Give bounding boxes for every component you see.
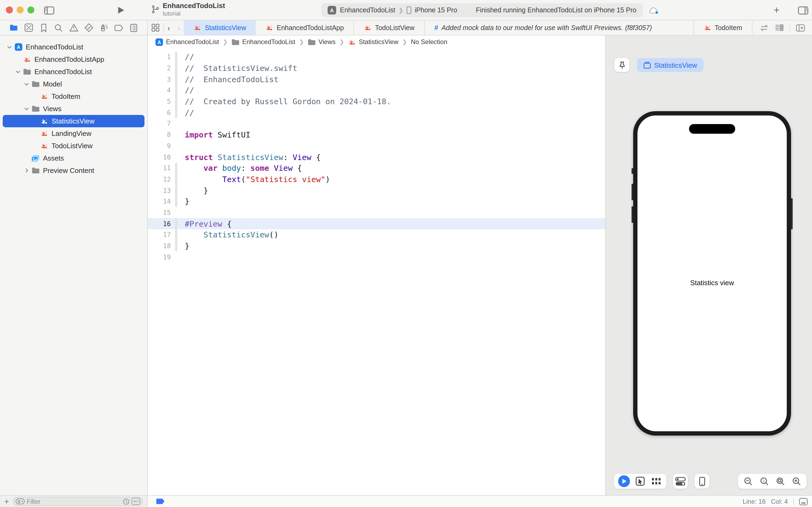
- tree-item-assets[interactable]: Assets: [3, 152, 144, 164]
- disclosure-open-icon[interactable]: [14, 70, 22, 73]
- code-line[interactable]: 9: [148, 140, 605, 152]
- tree-item-enhancedtodolist[interactable]: EnhancedTodoList: [3, 65, 144, 78]
- code-line[interactable]: 1//: [148, 52, 605, 63]
- line-number[interactable]: 2: [148, 64, 174, 72]
- navigator-tab-debug-icon[interactable]: [98, 22, 110, 34]
- navigator-tab-reports-icon[interactable]: [128, 22, 139, 34]
- editor-tab-enhancedtodolistapp[interactable]: EnhancedTodoListApp: [255, 20, 354, 35]
- selectable-mode-icon[interactable]: [633, 474, 647, 488]
- iphone-screen[interactable]: Statistics view: [637, 115, 787, 431]
- line-number[interactable]: 4: [148, 87, 174, 94]
- go-forward-icon[interactable]: ›: [174, 20, 184, 35]
- tree-item-enhancedtodolist[interactable]: AEnhancedTodoList: [3, 41, 144, 53]
- line-number[interactable]: 8: [148, 131, 174, 138]
- code-line[interactable]: 8import SwiftUI: [148, 129, 605, 140]
- add-file-icon[interactable]: +: [4, 497, 9, 505]
- code-line[interactable]: 19: [148, 251, 605, 263]
- scheme-name[interactable]: EnhancedTodoList: [340, 6, 395, 14]
- tree-item-todoitem[interactable]: TodoItem: [3, 90, 144, 103]
- bottom-panel-icon[interactable]: [799, 498, 808, 505]
- device-icon[interactable]: [694, 474, 709, 489]
- navigator-tab-tests-icon[interactable]: [83, 22, 95, 34]
- navigator-tab-source-control-icon[interactable]: [22, 22, 35, 34]
- navigator-tab-issues-icon[interactable]: [68, 22, 79, 34]
- code-area[interactable]: 1//2// StatisticsView.swift3// EnhancedT…: [148, 48, 605, 495]
- related-items-icon[interactable]: [148, 20, 163, 35]
- device-settings-icon[interactable]: [673, 474, 688, 489]
- line-number[interactable]: 11: [148, 164, 174, 172]
- zoom-actual-icon[interactable]: 1: [757, 474, 771, 488]
- line-number[interactable]: 9: [148, 142, 174, 150]
- editor-tab-todoitem[interactable]: TodoItem: [694, 20, 752, 35]
- editor-layout-icon[interactable]: [773, 21, 786, 34]
- code-line[interactable]: 2// StatisticsView.swift: [148, 63, 605, 73]
- tree-item-preview-content[interactable]: Preview Content: [3, 164, 144, 177]
- sidebar-toggle-icon[interactable]: [42, 0, 56, 20]
- line-number[interactable]: 19: [148, 253, 174, 261]
- zoom-in-icon[interactable]: [790, 474, 803, 488]
- scheme-device[interactable]: iPhone 15 Pro: [415, 6, 457, 14]
- tree-item-enhancedtodolistapp[interactable]: EnhancedTodoListApp: [3, 53, 144, 65]
- code-line[interactable]: 13 }: [148, 185, 605, 196]
- code-line[interactable]: 14}: [148, 196, 605, 207]
- line-number[interactable]: 3: [148, 75, 174, 83]
- navigator-tab-breakpoints-icon[interactable]: [113, 22, 125, 34]
- code-line[interactable]: 16#Preview {: [148, 218, 605, 229]
- inspector-toggle-icon[interactable]: [795, 0, 810, 20]
- line-number[interactable]: 17: [148, 231, 174, 239]
- zoom-window-button[interactable]: [27, 6, 35, 13]
- cloud-icon[interactable]: [647, 0, 661, 20]
- go-back-icon[interactable]: ‹: [164, 20, 174, 35]
- code-line[interactable]: 4//: [148, 85, 605, 96]
- line-number[interactable]: 7: [148, 120, 174, 127]
- code-line[interactable]: 10struct StatisticsView: View {: [148, 152, 605, 163]
- line-number[interactable]: 15: [148, 209, 174, 216]
- editor-tab-todolistview[interactable]: TodoListView: [354, 20, 425, 35]
- editor-tab-statisticsview[interactable]: StatisticsView: [184, 20, 256, 35]
- filter-field[interactable]: Filter +−: [13, 497, 143, 506]
- breadcrumb-item[interactable]: AEnhancedTodoList: [155, 38, 219, 46]
- breadcrumb-item[interactable]: No Selection: [411, 38, 447, 46]
- line-number[interactable]: 18: [148, 242, 174, 250]
- code-line[interactable]: 5// Created by Russell Gordon on 2024-01…: [148, 96, 605, 107]
- breadcrumb-item[interactable]: StatisticsView: [348, 38, 399, 46]
- variants-icon[interactable]: [649, 474, 663, 488]
- line-number[interactable]: 13: [148, 187, 174, 194]
- breadcrumb-item[interactable]: EnhancedTodoList: [231, 38, 295, 46]
- editor-tab-commit[interactable]: #Added mock data to our model for use wi…: [425, 20, 694, 35]
- line-number[interactable]: 16: [148, 220, 174, 227]
- code-line[interactable]: 17 StatisticsView(): [148, 229, 605, 240]
- filter-scope-icon[interactable]: +−: [131, 498, 140, 505]
- code-line[interactable]: 7: [148, 118, 605, 129]
- tree-item-statisticsview[interactable]: StatisticsView: [3, 115, 144, 127]
- breakpoints-toggle-icon[interactable]: [156, 498, 165, 504]
- minimize-window-button[interactable]: [17, 6, 23, 13]
- tree-item-model[interactable]: Model: [3, 78, 144, 90]
- line-number[interactable]: 10: [148, 153, 174, 161]
- tree-item-todolistview[interactable]: TodoListView: [3, 139, 144, 152]
- navigator-tab-bookmark-icon[interactable]: [38, 22, 49, 34]
- zoom-out-icon[interactable]: [741, 474, 755, 488]
- tree-item-views[interactable]: Views: [3, 103, 144, 115]
- code-line[interactable]: 6//: [148, 107, 605, 118]
- live-preview-icon[interactable]: [617, 474, 631, 488]
- preview-target-chip[interactable]: StatisticsView: [637, 58, 703, 72]
- tree-item-landingview[interactable]: LandingView: [3, 127, 144, 139]
- line-number[interactable]: 5: [148, 98, 174, 105]
- run-button[interactable]: [114, 0, 128, 20]
- navigator-tab-project-icon[interactable]: [7, 22, 19, 34]
- scheme-selector[interactable]: A EnhancedTodoList ❯ iPhone 15 Pro Finis…: [321, 3, 643, 17]
- add-tab-icon[interactable]: +: [769, 0, 784, 20]
- pin-preview-icon[interactable]: [615, 58, 629, 72]
- line-number[interactable]: 1: [148, 53, 174, 61]
- line-number[interactable]: 12: [148, 176, 174, 183]
- swap-editor-icon[interactable]: [758, 21, 771, 34]
- code-line[interactable]: 12 Text("Statistics view"): [148, 174, 605, 185]
- close-window-button[interactable]: [6, 6, 13, 13]
- zoom-fit-icon[interactable]: [773, 474, 787, 488]
- code-line[interactable]: 3// EnhancedTodoList: [148, 74, 605, 85]
- disclosure-open-icon[interactable]: [5, 45, 13, 49]
- disclosure-open-icon[interactable]: [22, 107, 31, 110]
- disclosure-closed-icon[interactable]: [22, 168, 31, 173]
- disclosure-open-icon[interactable]: [22, 82, 31, 86]
